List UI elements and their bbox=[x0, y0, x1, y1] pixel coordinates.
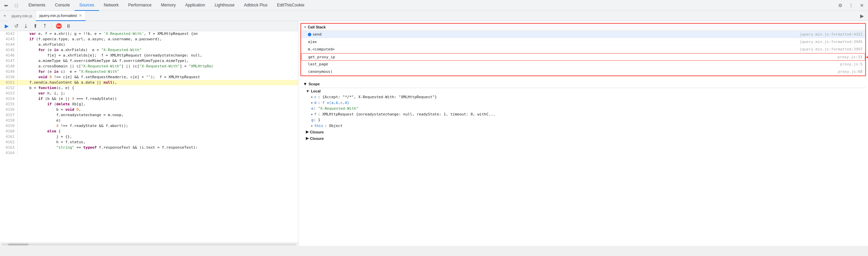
code-line-highlighted: 4151 f.send(a.hasContent && a.data || nu… bbox=[0, 80, 298, 85]
deactivate-breakpoints-button[interactable]: ⛔ bbox=[55, 22, 63, 30]
tab-memory[interactable]: Memory bbox=[156, 0, 180, 11]
scope-item-g[interactable]: g: 1 bbox=[303, 117, 866, 123]
step-out-button[interactable]: ⬆ bbox=[31, 22, 39, 30]
file-tab-jquery-formatted[interactable]: jquery.min.js:formatted ✕ bbox=[36, 11, 86, 21]
call-stack-item-computed[interactable]: m.<computed> jquery.min.js:formatted:399… bbox=[301, 46, 865, 53]
scope-closure2-subsection: ▶ Closure bbox=[300, 135, 866, 142]
tab-application[interactable]: Application bbox=[180, 0, 210, 11]
item-d-triangle: ▶ bbox=[311, 101, 313, 104]
code-line: 4159 4 !== f.readyState && f.abort(); bbox=[0, 123, 298, 129]
stack-item-location: jquery.min.js:formatted:3945 bbox=[800, 40, 863, 44]
closure1-triangle: ▶ bbox=[306, 130, 309, 134]
scope-local-header[interactable]: ▼ Local bbox=[303, 88, 866, 94]
stack-item-name: m.<computed> bbox=[308, 47, 800, 51]
local-triangle: ▼ bbox=[306, 89, 310, 93]
scope-local-label: Local bbox=[311, 89, 321, 93]
code-line: 4149 for (e in c) e = "X-Requested-With" bbox=[0, 69, 298, 74]
scope-closure1-header[interactable]: ▶ Closure bbox=[303, 129, 866, 135]
file-tabs-bar: + jquery.min.js jquery.min.js:formatted … bbox=[0, 11, 868, 21]
call-stack-title: Call Stack bbox=[308, 25, 326, 29]
call-stack-item-last-page[interactable]: last_page proxy.js:5 bbox=[301, 61, 865, 68]
file-tabs-right: ▶ bbox=[857, 11, 867, 21]
file-tab-close-button[interactable]: ✕ bbox=[79, 14, 82, 18]
stack-item-name: last_page bbox=[308, 62, 840, 66]
file-tab-label: jquery.min.js bbox=[12, 14, 32, 18]
call-stack-triangle: ▼ bbox=[304, 26, 307, 29]
stack-item-name: get_proxy_ip bbox=[308, 55, 837, 59]
stack-item-location: jquery.min.js:formatted:4151 bbox=[800, 32, 863, 37]
scope-local-subsection: ▼ Local ▶ c : {Accept: "*/*", X-Requeste… bbox=[300, 88, 866, 129]
call-stack-header[interactable]: ▼ Call Stack bbox=[301, 24, 865, 31]
resume-button[interactable]: ▶ bbox=[3, 22, 11, 30]
code-line: 4148 a.crossDomain || c["X-Requested-Wit… bbox=[0, 64, 298, 69]
tab-adblock[interactable]: Adblock Plus bbox=[239, 0, 272, 11]
stack-item-name: send bbox=[313, 32, 800, 37]
toolbar-right-buttons: ⚙ ⋮ ✕ bbox=[835, 1, 867, 10]
scope-item-c[interactable]: ▶ c : {Accept: "*/*", X-Requested-With: … bbox=[303, 94, 866, 100]
code-line: 4144 a.xhrFields) bbox=[0, 42, 298, 47]
code-horizontal-scrollbar[interactable] bbox=[0, 242, 298, 246]
call-stack-items: send jquery.min.js:formatted:4151 ajax j… bbox=[301, 31, 865, 76]
scope-item-f[interactable]: ▶ f : XMLHttpRequest {onreadystatechange… bbox=[303, 111, 866, 117]
h-scrollbar-thumb[interactable] bbox=[8, 243, 28, 246]
code-line: 4143 if (f.open(a.type, a.url, a.async, … bbox=[0, 37, 298, 42]
code-line: 4145 for (e in a.xhrFields) e = "X-Reque… bbox=[0, 47, 298, 53]
call-stack-item-anonymous[interactable]: (anonymous) proxy.js:68 bbox=[301, 68, 865, 76]
code-line: 4160 else { bbox=[0, 129, 298, 134]
scope-closure2-header[interactable]: ▶ Closure bbox=[303, 135, 866, 142]
code-line: 4156 b = void 0, bbox=[0, 107, 298, 112]
tab-sources[interactable]: Sources bbox=[75, 0, 99, 11]
stack-item-name: (anonymous) bbox=[308, 69, 838, 74]
call-stack-item-send[interactable]: send jquery.min.js:formatted:4151 bbox=[301, 31, 865, 38]
tab-network[interactable]: Network bbox=[99, 0, 123, 11]
scope-item-this[interactable]: ▶ this : Object bbox=[303, 123, 866, 129]
scope-item-e[interactable]: e: "X-Requested-With" bbox=[303, 106, 866, 111]
stack-item-name: ajax bbox=[308, 40, 800, 44]
settings-button[interactable]: ⚙ bbox=[835, 1, 845, 10]
code-line: 4153 var h, i, j; bbox=[0, 91, 298, 96]
step-into-button[interactable]: ⤓ bbox=[22, 22, 30, 30]
right-panel: ▼ Call Stack send jquery.min.js:formatte… bbox=[298, 21, 868, 246]
stack-item-location: jquery.min.js:formatted:3997 bbox=[800, 47, 863, 51]
code-panel: ▶ ↺ ⤓ ⬆ ⤒ ⛔ ⏸ 4142 var e, f = a.xhr(); g… bbox=[0, 21, 298, 246]
step-button[interactable]: ⤒ bbox=[41, 22, 49, 30]
item-this-triangle: ▶ bbox=[311, 124, 313, 127]
debug-controls-bar: ▶ ↺ ⤓ ⬆ ⤒ ⛔ ⏸ bbox=[0, 21, 298, 31]
scope-title: Scope bbox=[309, 82, 320, 86]
tab-editthiscookie[interactable]: EditThisCookie bbox=[272, 0, 309, 11]
close-devtools-button[interactable]: ✕ bbox=[857, 1, 867, 10]
new-tab-button[interactable]: + bbox=[1, 13, 8, 19]
scope-closure1-subsection: ▶ Closure bbox=[300, 129, 866, 135]
code-area[interactable]: 4142 var e, f = a.xhr(); g = !!b, e = 'X… bbox=[0, 31, 298, 242]
code-line: 4146 f[e] = a.xhrFields[e]; f = XMLHttpR… bbox=[0, 53, 298, 58]
call-stack-item-get-proxy-ip[interactable]: get_proxy_ip proxy.js:33 bbox=[301, 53, 865, 61]
code-line: 4157 f.onreadystatechange = m.noop, bbox=[0, 112, 298, 118]
pause-exceptions-button[interactable]: ⏸ bbox=[64, 22, 72, 30]
step-over-button[interactable]: ↺ bbox=[12, 22, 20, 30]
file-tab-jquery-min[interactable]: jquery.min.js bbox=[8, 11, 36, 21]
tab-lighthouse[interactable]: Lighthouse bbox=[210, 0, 239, 11]
closure2-triangle: ▶ bbox=[306, 136, 309, 141]
tab-elements[interactable]: Elements bbox=[24, 0, 50, 11]
scope-closure1-label: Closure bbox=[310, 130, 324, 134]
scope-section[interactable]: ▼ Scope ▼ Local ▶ c : {Accept: "*/*", X-… bbox=[300, 80, 866, 244]
devtools-inspect-button[interactable]: ⬅ bbox=[1, 1, 11, 10]
call-stack-section: ▼ Call Stack send jquery.min.js:formatte… bbox=[300, 23, 866, 76]
code-line: 4162 h = f.status, bbox=[0, 140, 298, 145]
devtools-device-button[interactable]: □ bbox=[12, 1, 21, 10]
more-options-button[interactable]: ⋮ bbox=[846, 1, 856, 10]
scope-item-d[interactable]: ▶ d : f x(a,b,c,d) bbox=[303, 100, 866, 106]
tab-performance[interactable]: Performance bbox=[123, 0, 156, 11]
code-line: 4161 j = {}, bbox=[0, 134, 298, 140]
item-f-triangle: ▶ bbox=[311, 113, 313, 116]
more-tabs-button[interactable]: ▶ bbox=[857, 11, 867, 21]
h-scrollbar-track[interactable] bbox=[1, 243, 297, 246]
code-line: 4164 bbox=[0, 150, 298, 156]
stack-item-location: proxy.js:33 bbox=[837, 55, 862, 59]
tab-console[interactable]: Console bbox=[50, 0, 75, 11]
code-line: 4152 b = function(c, e) { bbox=[0, 85, 298, 91]
scope-header[interactable]: ▼ Scope bbox=[300, 80, 866, 88]
item-c-triangle: ▶ bbox=[311, 95, 313, 99]
call-stack-item-ajax[interactable]: ajax jquery.min.js:formatted:3945 bbox=[301, 38, 865, 46]
file-tab-label: jquery.min.js:formatted bbox=[39, 14, 77, 18]
